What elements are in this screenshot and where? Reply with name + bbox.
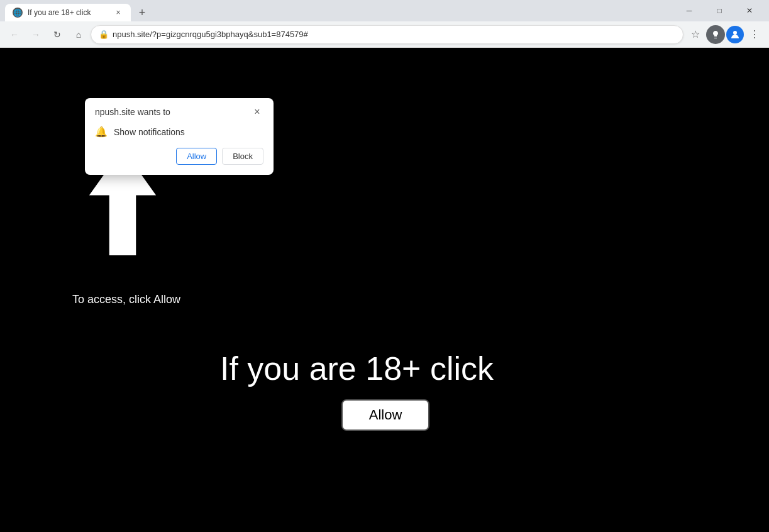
active-tab[interactable]: 🌐 If you are 18+ click × (5, 4, 131, 21)
profile-button[interactable] (726, 26, 744, 43)
page-content: npush.site wants to × 🔔 Show notificatio… (0, 48, 769, 532)
main-heading: If you are 18+ click (220, 350, 494, 387)
allow-page-button[interactable]: Allow (341, 399, 429, 431)
close-button[interactable]: ✕ (735, 0, 764, 21)
url-bar[interactable]: 🔒 npush.site/?p=gizgcnrqgu5gi3bphayq&sub… (91, 25, 683, 44)
back-button[interactable]: ← (5, 25, 24, 44)
title-bar: 🌐 If you are 18+ click × + ─ □ ✕ (0, 0, 769, 21)
maximize-button[interactable]: □ (705, 0, 734, 21)
menu-button[interactable]: ⋮ (745, 25, 764, 44)
permission-text: Show notifications (114, 127, 185, 137)
popup-block-button[interactable]: Block (222, 148, 263, 165)
window-controls: ─ □ ✕ (675, 0, 764, 21)
url-text: npush.site/?p=gizgcnrqgu5gi3bphayq&sub1=… (113, 30, 675, 39)
tab-favicon: 🌐 (13, 8, 23, 18)
popup-close-button[interactable]: × (251, 106, 263, 118)
notification-popup: npush.site wants to × 🔔 Show notificatio… (85, 98, 274, 175)
lock-icon: 🔒 (99, 30, 109, 39)
tab-close-button[interactable]: × (113, 8, 123, 18)
bell-icon: 🔔 (95, 126, 108, 138)
new-tab-button[interactable]: + (133, 4, 151, 21)
tab-bar: 🌐 If you are 18+ click × + (5, 0, 675, 21)
forward-button[interactable]: → (26, 25, 45, 44)
browser-window: 🌐 If you are 18+ click × + ─ □ ✕ ← → ↻ ⌂… (0, 0, 769, 532)
tab-title: If you are 18+ click (28, 8, 108, 17)
minimize-button[interactable]: ─ (675, 0, 704, 21)
svg-point-0 (733, 31, 737, 35)
reload-button[interactable]: ↻ (48, 25, 67, 44)
popup-header: npush.site wants to × (95, 106, 263, 118)
extension-button[interactable] (706, 25, 725, 44)
right-controls: ☆ ⋮ (686, 25, 764, 44)
bookmark-button[interactable]: ☆ (686, 25, 705, 44)
address-bar: ← → ↻ ⌂ 🔒 npush.site/?p=gizgcnrqgu5gi3bp… (0, 21, 769, 48)
popup-permission-row: 🔔 Show notifications (95, 126, 263, 138)
popup-allow-button[interactable]: Allow (176, 148, 217, 165)
popup-title: npush.site wants to (95, 107, 170, 117)
popup-buttons: Allow Block (95, 148, 263, 165)
access-text: To access, click Allow (72, 293, 180, 306)
home-button[interactable]: ⌂ (69, 25, 88, 44)
